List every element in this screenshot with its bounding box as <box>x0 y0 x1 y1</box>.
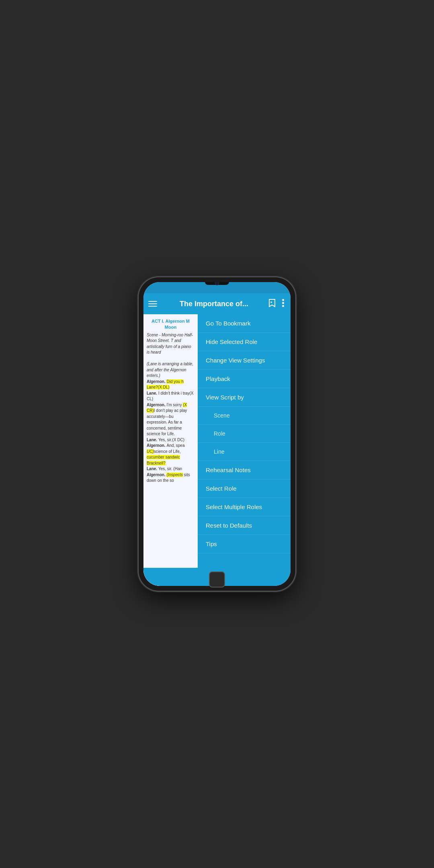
home-button[interactable] <box>209 571 225 588</box>
svg-point-2 <box>282 302 284 304</box>
svg-point-3 <box>282 305 284 307</box>
menu-item-tips[interactable]: Tips <box>198 535 291 553</box>
menu-item-reset-to-defaults[interactable]: Reset to Defaults <box>198 516 291 535</box>
header-icons <box>267 297 286 311</box>
menu-item-hide-selected-role[interactable]: Hide Selected Role <box>198 333 291 351</box>
menu-item-role[interactable]: Role <box>198 425 291 443</box>
menu-item-go-to-bookmark[interactable]: Go To Bookmark <box>198 314 291 333</box>
menu-item-select-multiple-roles[interactable]: Select Multiple Roles <box>198 498 291 516</box>
menu-item-change-view-settings[interactable]: Change View Settings <box>198 351 291 370</box>
menu-item-line[interactable]: Line <box>198 443 291 461</box>
phone-frame: The Importance of... <box>139 277 295 591</box>
hamburger-menu-button[interactable] <box>148 301 161 307</box>
svg-point-1 <box>282 299 284 301</box>
camera-notch <box>205 282 229 285</box>
act-title: ACT I. Algernon MMoon <box>147 318 194 331</box>
script-panel: ACT I. Algernon MMoon Scene - Morning-ro… <box>143 314 198 586</box>
app-header: The Importance of... <box>143 293 291 314</box>
phone-screen: The Importance of... <box>143 282 291 586</box>
content-area: ACT I. Algernon MMoon Scene - Morning-ro… <box>143 314 291 586</box>
menu-item-select-role[interactable]: Select Role <box>198 479 291 498</box>
menu-item-rehearsal-notes[interactable]: Rehearsal Notes <box>198 461 291 479</box>
menu-item-view-script-by[interactable]: View Script by <box>198 388 291 407</box>
more-options-icon[interactable] <box>280 297 286 311</box>
bookmark-icon[interactable] <box>267 297 277 311</box>
menu-item-playback[interactable]: Playback <box>198 370 291 388</box>
script-text: Scene - Morning-roo Half-Moon Street. T … <box>147 332 194 484</box>
header-title: The Importance of... <box>164 300 264 308</box>
dropdown-menu: Go To Bookmark Hide Selected Role Change… <box>198 314 291 586</box>
menu-item-scene[interactable]: Scene <box>198 407 291 425</box>
